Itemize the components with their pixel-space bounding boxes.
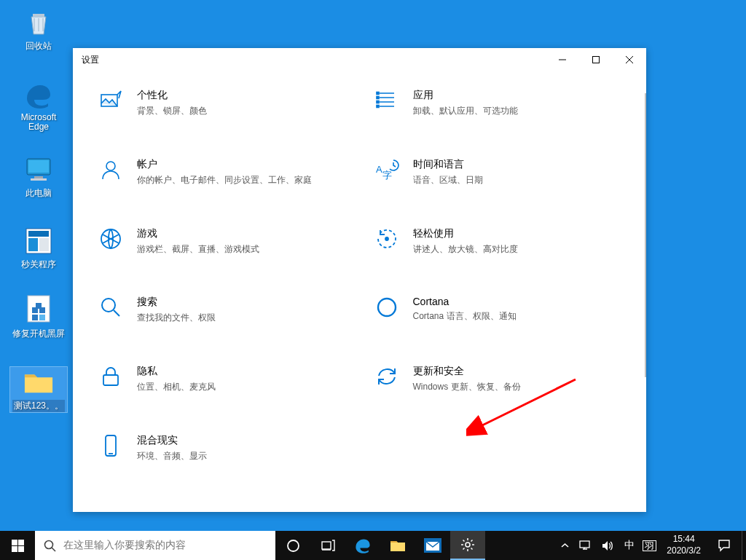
tile-cortana[interactable]: CortanaCortana 语言、权限、通知 xyxy=(371,293,625,327)
svg-rect-39 xyxy=(580,541,589,548)
search-placeholder: 在这里输入你要搜索的内容 xyxy=(63,539,186,552)
tile-apps[interactable]: 应用卸载、默认应用、可选功能 xyxy=(371,86,625,120)
settings-body[interactable]: 个性化背景、锁屏、颜色 应用卸载、默认应用、可选功能 帐户你的帐户、电子邮件、同… xyxy=(73,71,646,512)
svg-rect-27 xyxy=(103,375,118,385)
svg-rect-2 xyxy=(34,176,43,178)
tile-mixed-reality[interactable]: 混合现实环境、音频、显示 xyxy=(95,431,349,465)
svg-point-34 xyxy=(45,540,53,548)
tray-ime-zh[interactable]: 中 xyxy=(622,539,637,552)
registry-icon xyxy=(23,295,54,326)
tray-ime-mode[interactable]: 羽 xyxy=(643,540,656,551)
taskbar-app-explorer[interactable] xyxy=(380,531,415,560)
svg-rect-1 xyxy=(28,160,49,173)
tile-title: 混合现实 xyxy=(137,434,207,447)
svg-rect-3 xyxy=(31,178,47,181)
svg-rect-17 xyxy=(377,97,379,99)
scrollbar[interactable] xyxy=(645,93,646,377)
action-center-button[interactable] xyxy=(707,531,742,560)
edge-icon xyxy=(23,80,54,111)
icon-label: MicrosoftEdge xyxy=(21,113,57,132)
tile-personalization[interactable]: 个性化背景、锁屏、颜色 xyxy=(95,86,349,120)
taskbar: 在这里输入你要搜索的内容 中 羽 15:44 2020/3/2 xyxy=(0,531,746,560)
svg-rect-12 xyxy=(39,315,45,320)
svg-text:A: A xyxy=(376,164,382,175)
desktop-icon-recycle-bin[interactable]: 回收站 xyxy=(10,7,67,52)
desktop-icon-fix-blackscreen[interactable]: 修复开机黑屏 xyxy=(10,295,67,340)
tray-chevron-up-icon[interactable] xyxy=(559,543,571,548)
tile-title: 搜索 xyxy=(137,296,216,309)
cortana-button[interactable] xyxy=(275,531,310,560)
search-icon xyxy=(98,296,124,322)
start-button[interactable] xyxy=(0,531,35,560)
time-language-icon: A字 xyxy=(374,158,400,184)
maximize-button[interactable] xyxy=(579,48,613,71)
tile-desc: 你的帐户、电子邮件、同步设置、工作、家庭 xyxy=(137,174,312,186)
tile-title: 时间和语言 xyxy=(413,158,483,171)
taskbar-clock[interactable]: 15:44 2020/3/2 xyxy=(661,531,707,560)
tile-desc: 背景、锁屏、颜色 xyxy=(137,105,207,117)
tile-desc: 环境、音频、显示 xyxy=(137,450,207,462)
taskbar-app-edge[interactable] xyxy=(345,531,380,560)
personalization-icon xyxy=(98,89,124,115)
clock-date: 2020/3/2 xyxy=(667,545,701,557)
tile-desc: Cortana 语言、权限、通知 xyxy=(413,310,517,323)
folder-icon xyxy=(23,367,54,398)
svg-rect-5 xyxy=(28,231,49,237)
tile-accounts[interactable]: 帐户你的帐户、电子邮件、同步设置、工作、家庭 xyxy=(95,155,349,189)
tile-gaming[interactable]: 游戏游戏栏、截屏、直播、游戏模式 xyxy=(95,224,349,259)
ease-of-access-icon xyxy=(374,227,400,253)
svg-point-38 xyxy=(466,543,470,547)
tile-desc: 游戏栏、截屏、直播、游戏模式 xyxy=(137,243,259,256)
svg-rect-28 xyxy=(106,435,116,456)
tile-privacy[interactable]: 隐私位置、相机、麦克风 xyxy=(95,362,349,396)
desktop-icon-this-pc[interactable]: 此电脑 xyxy=(10,154,67,200)
taskbar-app-mail[interactable] xyxy=(415,531,450,560)
tile-update-security[interactable]: 更新和安全Windows 更新、恢复、备份 xyxy=(371,362,625,396)
system-tray: 中 羽 xyxy=(554,531,661,560)
svg-point-24 xyxy=(385,237,388,240)
icon-label: 修复开机黑屏 xyxy=(12,328,65,340)
search-icon xyxy=(44,540,56,552)
svg-rect-7 xyxy=(39,238,49,251)
svg-rect-32 xyxy=(12,546,17,552)
desktop-icon-shutdown-app[interactable]: 秒关程序 xyxy=(10,226,67,271)
taskbar-search[interactable]: 在这里输入你要搜索的内容 xyxy=(35,531,275,560)
svg-rect-30 xyxy=(12,540,17,545)
svg-text:字: 字 xyxy=(382,170,392,181)
app-icon xyxy=(23,226,54,256)
computer-icon xyxy=(23,154,54,185)
settings-window: 设置 个性化背景、锁屏、颜色 应用卸载、默认应用、可选功能 帐户你的帐户、电子邮… xyxy=(73,48,646,512)
tile-desc: 卸载、默认应用、可选功能 xyxy=(413,105,518,117)
tile-search[interactable]: 搜索查找我的文件、权限 xyxy=(95,293,349,327)
task-view-button[interactable] xyxy=(310,531,345,560)
tile-desc: Windows 更新、恢复、备份 xyxy=(413,381,521,393)
taskbar-app-settings[interactable] xyxy=(450,531,485,560)
recycle-bin-icon xyxy=(23,7,54,38)
cortana-icon xyxy=(374,296,400,322)
desktop-icon-folder-test[interactable]: 测试123。。 xyxy=(10,367,67,412)
privacy-icon xyxy=(98,365,124,391)
svg-point-35 xyxy=(288,540,299,551)
tile-title: Cortana xyxy=(413,296,517,307)
svg-rect-31 xyxy=(18,540,24,545)
tile-title: 游戏 xyxy=(137,227,259,240)
tray-network-icon[interactable] xyxy=(577,540,594,551)
tile-title: 隐私 xyxy=(137,365,216,378)
tile-title: 帐户 xyxy=(137,158,312,171)
svg-point-25 xyxy=(102,299,115,312)
minimize-button[interactable] xyxy=(546,48,579,71)
tray-volume-icon[interactable] xyxy=(600,540,616,551)
show-desktop-button[interactable] xyxy=(742,531,746,560)
desktop-icon-edge[interactable]: MicrosoftEdge xyxy=(10,80,67,132)
svg-rect-14 xyxy=(593,57,600,63)
gaming-icon xyxy=(98,227,124,253)
icon-label: 回收站 xyxy=(25,40,52,52)
tile-ease-of-access[interactable]: 轻松使用讲述人、放大镜、高对比度 xyxy=(371,224,625,259)
svg-rect-19 xyxy=(377,106,379,108)
svg-rect-6 xyxy=(28,238,38,251)
tile-time-language[interactable]: A字 时间和语言语音、区域、日期 xyxy=(371,155,625,189)
close-button[interactable] xyxy=(613,48,646,71)
mixed-reality-icon xyxy=(98,434,124,460)
icon-label: 秒关程序 xyxy=(21,259,56,271)
svg-point-26 xyxy=(378,299,396,316)
